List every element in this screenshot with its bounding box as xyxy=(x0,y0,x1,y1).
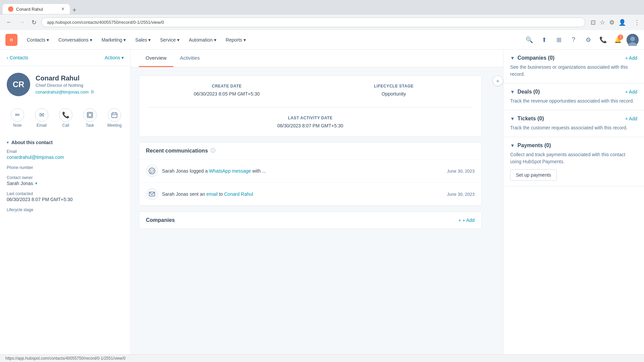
companies-section-chevron[interactable]: ▼ xyxy=(510,55,515,61)
help-button[interactable]: ? xyxy=(568,34,580,46)
tab-activities[interactable]: Activities xyxy=(173,50,207,67)
last-activity-label: LAST ACTIVITY DATE xyxy=(147,116,473,120)
recent-comms-header: Recent communications ⓘ xyxy=(139,142,481,160)
task-icon xyxy=(83,108,97,122)
tickets-section-desc: Track the customer requests associated w… xyxy=(510,124,637,131)
menu-icon[interactable]: ⋮ xyxy=(634,19,640,26)
svg-rect-6 xyxy=(88,113,92,117)
nav-item-reports[interactable]: Reports ▾ xyxy=(222,35,250,45)
content-scroll[interactable]: » CREATE DATE 06/30/2023 8:05 PM GMT+5:3… xyxy=(131,67,503,362)
main-layout: ‹ Contacts Actions ▾ CR Conard Rahul Chi… xyxy=(0,50,644,362)
email-comm-icon xyxy=(146,188,158,200)
payments-section-chevron[interactable]: ▼ xyxy=(510,143,515,148)
about-section-content: Email conardrahul@timjonas.com Phone num… xyxy=(0,149,130,223)
nav-item-automation[interactable]: Automation ▾ xyxy=(185,35,220,45)
back-nav-button[interactable]: ← xyxy=(4,17,14,27)
phone-button[interactable]: 📞 xyxy=(597,34,609,46)
add-company-button[interactable]: + + Add xyxy=(459,218,475,223)
phone-label: Phone number xyxy=(7,165,124,170)
address-bar[interactable]: app.hubspot.com/contacts/40055750/record… xyxy=(41,17,585,27)
about-chevron-icon: ▾ xyxy=(7,140,9,145)
right-companies-header: ▼ Companies (0) + Add xyxy=(510,55,637,61)
contact-link[interactable]: Conard Rahul xyxy=(224,191,253,197)
companies-card-title: Companies xyxy=(146,217,175,223)
meeting-icon xyxy=(108,108,121,122)
deals-section-chevron[interactable]: ▼ xyxy=(510,89,515,95)
tab-favicon xyxy=(8,6,13,12)
refresh-button[interactable]: ↻ xyxy=(30,17,39,27)
sidebar-header: ‹ Contacts Actions ▾ xyxy=(0,50,130,66)
tab-close-btn[interactable]: × xyxy=(61,6,64,12)
whatsapp-comm-text: Sarah Jonas logged a WhatsApp message wi… xyxy=(162,168,443,174)
lifecycle-stage-label: LIFECYCLE STAGE xyxy=(314,84,473,88)
status-url: https://app.hubspot.com/contacts/4005575… xyxy=(5,356,125,361)
browser-nav-icons: ⊡ ☆ ⚙ 👤 ⋮ xyxy=(591,19,640,26)
task-button[interactable]: Task xyxy=(79,106,101,130)
nav-item-conversations[interactable]: Conversations ▾ xyxy=(54,35,96,45)
more-button[interactable]: More xyxy=(128,106,131,130)
upgrade-button[interactable]: ⬆ xyxy=(538,34,550,46)
owner-row: Sarah Jonas ▾ xyxy=(7,181,124,186)
actions-dropdown-button[interactable]: Actions ▾ xyxy=(105,55,124,60)
svg-text:H: H xyxy=(10,38,13,42)
left-sidebar: ‹ Contacts Actions ▾ CR Conard Rahul Chi… xyxy=(0,50,131,362)
owner-dropdown-icon[interactable]: ▾ xyxy=(35,181,37,186)
contact-email[interactable]: conardrahul@timjonas.com xyxy=(36,89,89,95)
active-tab[interactable]: Conard Rahul × xyxy=(3,4,70,14)
tickets-section-chevron[interactable]: ▼ xyxy=(510,116,515,121)
right-deals-header: ▼ Deals (0) + Add xyxy=(510,89,637,95)
chevron-down-icon: ▾ xyxy=(90,37,92,43)
note-button[interactable]: ✏ Note xyxy=(7,106,28,130)
settings-button[interactable]: ⚙ xyxy=(582,34,594,46)
hubspot-logo[interactable]: H xyxy=(5,34,17,46)
search-button[interactable]: 🔍 xyxy=(523,34,535,46)
back-chevron-icon: ‹ xyxy=(7,55,8,60)
nav-item-service[interactable]: Service ▾ xyxy=(156,35,183,45)
meeting-button[interactable]: Meeting xyxy=(103,106,126,130)
chevron-down-icon: ▾ xyxy=(244,37,246,43)
call-icon: 📞 xyxy=(59,108,72,122)
stats-card: CREATE DATE 06/30/2023 8:05 PM GMT+5:30 … xyxy=(139,75,482,137)
collapse-panel-button[interactable]: » xyxy=(492,75,503,86)
notification-badge: 1 xyxy=(618,35,623,40)
forward-nav-button[interactable]: → xyxy=(17,17,27,27)
email-button[interactable]: ✉ Email xyxy=(31,106,52,130)
profile-icon[interactable]: 👤 xyxy=(619,19,626,26)
last-activity-stat: LAST ACTIVITY DATE 06/30/2023 8:07 PM GM… xyxy=(147,107,473,128)
right-companies-title: ▼ Companies (0) xyxy=(510,55,554,61)
recent-comms-info-icon[interactable]: ⓘ xyxy=(211,148,215,154)
user-avatar[interactable] xyxy=(627,34,639,46)
bookmark-icon[interactable]: ☆ xyxy=(600,19,605,26)
set-up-payments-button[interactable]: Set up payments xyxy=(510,169,557,181)
collapse-chevron-icon: » xyxy=(496,78,499,83)
marketplace-button[interactable]: ⊞ xyxy=(553,34,565,46)
svg-rect-7 xyxy=(112,113,117,118)
nav-item-marketing[interactable]: Marketing ▾ xyxy=(98,35,130,45)
nav-item-sales[interactable]: Sales ▾ xyxy=(131,35,155,45)
contact-avatar: CR xyxy=(7,73,30,96)
call-button[interactable]: 📞 Call xyxy=(55,106,76,130)
content-area: Overview Activities » CREATE DATE 06/30/… xyxy=(131,50,503,362)
whatsapp-comm-item: 💬 Sarah Jonas logged a WhatsApp message … xyxy=(139,160,481,183)
right-add-deal-button[interactable]: + Add xyxy=(625,89,637,95)
last-activity-value: 06/30/2023 8:07 PM GMT+5:30 xyxy=(147,123,473,128)
email-value[interactable]: conardrahul@timjonas.com xyxy=(7,155,124,160)
email-date: June 30, 2023 xyxy=(447,192,475,197)
last-contacted-value: 06/30/2023 8:07 PM GMT+5:30 xyxy=(7,197,124,202)
right-add-ticket-button[interactable]: + Add xyxy=(625,116,637,121)
about-section-header[interactable]: ▾ About this contact xyxy=(0,136,130,149)
email-link[interactable]: email xyxy=(206,191,217,197)
back-to-contacts[interactable]: ‹ Contacts xyxy=(7,55,28,60)
new-tab-button[interactable]: + xyxy=(70,6,79,14)
right-add-company-button[interactable]: + Add xyxy=(625,55,637,61)
copy-email-icon[interactable]: ⎘ xyxy=(91,89,94,95)
tab-overview[interactable]: Overview xyxy=(139,50,173,67)
extensions-icon[interactable]: ⚙ xyxy=(609,19,614,26)
whatsapp-link[interactable]: WhatsApp message xyxy=(209,168,251,174)
lifecycle-stat: LIFECYCLE STAGE Opportunity xyxy=(314,84,473,97)
contact-info: Conard Rahul Chief Director of Nothing c… xyxy=(36,74,94,95)
companies-card: Companies + + Add xyxy=(139,212,482,229)
nav-item-contacts[interactable]: Contacts ▾ xyxy=(23,35,53,45)
notifications-button[interactable]: 🔔 1 xyxy=(612,34,624,46)
right-tickets-header: ▼ Tickets (0) + Add xyxy=(510,116,637,122)
